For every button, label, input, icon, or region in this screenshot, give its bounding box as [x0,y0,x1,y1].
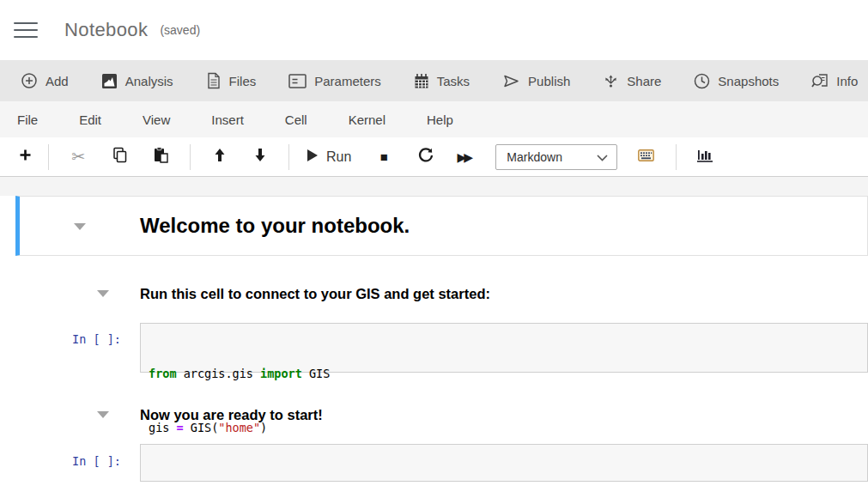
run-all-icon: ▶▶ [458,151,471,163]
page-magnifier-icon [811,73,829,89]
markdown-cell-welcome[interactable]: Welcome to your notebook. [15,196,868,256]
cell-type-select[interactable]: Markdown [495,144,617,170]
publish-triangle-icon [502,73,520,89]
share-label: Share [627,74,661,88]
code-token-keyword: from [149,367,177,380]
stop-icon: ■ [380,150,388,163]
parameters-button[interactable]: Parameters [278,69,392,94]
move-down-icon [253,148,267,166]
code-line: from arcgis.gis import GIS [149,365,859,383]
tasks-label: Tasks [437,74,470,88]
copy-icon [112,147,128,167]
files-label: Files [229,74,257,88]
menu-insert[interactable]: Insert [197,106,258,134]
cut-button[interactable]: ✂ [58,143,99,171]
tasks-button[interactable]: Tasks [404,68,480,94]
open-chart-panel-button[interactable] [692,143,721,171]
parameters-box-icon [288,74,307,88]
code-token-plain: arcgis.gis [177,367,261,380]
circle-plus-icon [21,72,38,89]
info-label: Info [836,74,858,88]
menu-file[interactable]: File [3,106,52,134]
add-button[interactable]: Add [10,67,79,94]
code-cell-input[interactable]: from arcgis.gis import GIS gis = GIS("ho… [140,323,868,373]
ready-heading: Now you are ready to start! [140,407,323,423]
calendar-grid-icon [414,73,429,89]
paste-icon [153,147,169,167]
info-button[interactable]: Info [801,68,868,94]
collapse-caret-icon[interactable] [97,411,109,418]
parameters-label: Parameters [314,74,381,88]
input-prompt: In [ ]: [72,332,121,346]
restart-kernel-icon [418,148,434,167]
run-label: Run [326,149,351,165]
publish-label: Publish [528,74,570,88]
add-cell-button[interactable] [10,143,39,171]
code-token-plain: GIS [302,367,331,380]
menu-edit[interactable]: Edit [65,106,115,134]
notebook-content: Welcome to your notebook. Run this cell … [0,177,868,498]
app-toolbar: Add Analysis Files Parameters Tasks Publ… [0,60,868,101]
add-cell-icon [19,149,32,165]
toolbar-separator [48,144,49,170]
document-icon [206,72,222,89]
analysis-button[interactable]: Analysis [91,68,184,94]
hamburger-menu-icon[interactable] [14,22,38,38]
cell-toolbar: ✂ Run ■ ▶▶ Markdown [0,137,868,177]
bar-chart-icon [697,147,716,167]
toolbar-separator [676,144,677,170]
menu-bar: File Edit View Insert Cell Kernel Help [0,101,868,137]
analysis-chart-icon [101,73,118,89]
files-button[interactable]: Files [196,67,267,94]
cell-type-value: Markdown [507,150,562,164]
run-all-button[interactable]: ▶▶ [444,143,483,171]
collapse-caret-icon[interactable] [74,223,86,230]
move-cell-up-button[interactable] [199,143,240,171]
menu-cell[interactable]: Cell [271,106,321,134]
analysis-label: Analysis [125,74,173,88]
input-prompt: In [ ]: [72,454,121,468]
toolbar-separator [190,144,191,170]
empty-code-cell-input[interactable] [140,444,868,482]
copy-button[interactable] [99,143,140,171]
share-arrows-icon [603,73,619,89]
add-label: Add [46,74,69,88]
welcome-heading: Welcome to your notebook. [140,214,410,238]
keyboard-shortcuts-button[interactable] [631,143,660,171]
stop-button[interactable]: ■ [360,143,408,171]
collapse-caret-icon[interactable] [97,290,109,297]
restart-kernel-button[interactable] [408,143,444,171]
menu-kernel[interactable]: Kernel [335,106,399,134]
content-top-band [0,177,868,196]
snapshots-button[interactable]: Snapshots [683,68,789,94]
snapshots-label: Snapshots [718,74,779,88]
header: Notebook (saved) [0,0,868,60]
publish-button[interactable]: Publish [492,68,580,94]
run-icon [307,149,319,166]
menu-help[interactable]: Help [413,106,467,134]
page-title: Notebook [64,19,148,41]
clock-icon [694,73,710,89]
cut-icon: ✂ [71,149,85,165]
chevron-down-icon [597,149,608,165]
paste-button[interactable] [140,143,181,171]
keyboard-icon [638,149,654,165]
move-cell-down-button[interactable] [240,143,280,171]
save-status: (saved) [160,23,200,37]
toolbar-separator [288,144,289,170]
run-button[interactable]: Run [298,149,360,166]
code-token-keyword: import [260,367,302,380]
connect-heading: Run this cell to connect to your GIS and… [140,286,490,302]
move-up-icon [213,148,227,166]
menu-view[interactable]: View [129,106,184,134]
share-button[interactable]: Share [592,68,671,94]
